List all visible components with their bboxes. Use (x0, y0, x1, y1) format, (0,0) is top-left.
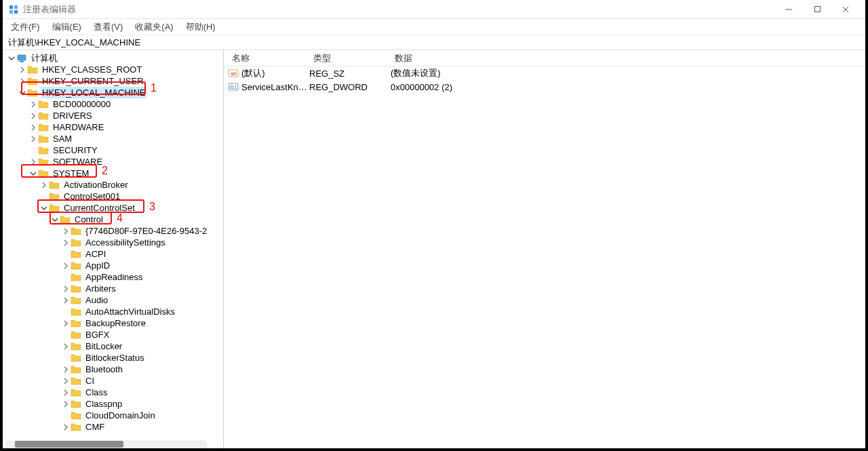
close-button[interactable] (831, 0, 860, 19)
tree-label: BitLocker (84, 340, 123, 352)
tree-item-control-0[interactable]: {7746D80F-97E0-4E26-9543-2 (7, 225, 223, 237)
chevron-down-icon[interactable] (50, 215, 60, 224)
chevron-right-icon[interactable] (28, 100, 38, 109)
chevron-down-icon[interactable] (18, 88, 27, 98)
chevron-right-icon[interactable] (61, 227, 71, 236)
folder-icon (71, 307, 81, 317)
tree-item-controlset001[interactable]: ControlSet001 (7, 191, 223, 202)
tree-label: SAM (52, 133, 73, 144)
chevron-right-icon[interactable] (61, 388, 71, 397)
string-value-icon: ab (228, 68, 239, 79)
tree-item-control-6[interactable]: Audio (7, 294, 223, 306)
tree-item-control-10[interactable]: BitLocker (7, 340, 223, 352)
chevron-right-icon[interactable] (61, 238, 71, 248)
tree-item-control-16[interactable]: CloudDomainJoin (7, 410, 223, 421)
folder-icon (71, 283, 81, 294)
tree-item-hkcr[interactable]: HKEY_CLASSES_ROOT (7, 64, 223, 75)
chevron-down-icon[interactable] (39, 203, 49, 213)
svg-rect-2 (9, 10, 13, 14)
tree-label: Arbiters (84, 283, 117, 294)
chevron-right-icon[interactable] (61, 296, 71, 305)
tree-label: BGFX (84, 329, 111, 340)
tree-item-control-15[interactable]: Classpnp (7, 398, 223, 410)
chevron-right-icon[interactable] (61, 284, 71, 294)
address-bar[interactable]: 计算机\HKEY_LOCAL_MACHINE (3, 35, 865, 50)
tree-item-control-4[interactable]: AppReadiness (7, 271, 223, 283)
tree-item-control-12[interactable]: Bluetooth (7, 364, 223, 375)
tree-item-bcd00000000[interactable]: BCD00000000 (7, 98, 223, 110)
tree-label: SYSTEM (52, 168, 90, 179)
tree-item-control-13[interactable]: CI (7, 375, 223, 387)
minimize-button[interactable] (774, 0, 803, 19)
col-header-data[interactable]: 数据 (391, 52, 865, 64)
tree-item-control-8[interactable]: BackupRestore (7, 317, 223, 329)
computer-icon (16, 53, 27, 64)
value-row[interactable]: 011ServiceLastKno...REG_DWORD0x00000002 … (224, 80, 865, 94)
chevron-right-icon[interactable] (61, 319, 71, 328)
tree-item-activationbroker[interactable]: ActivationBroker (7, 179, 223, 191)
menu-file[interactable]: 文件(F) (11, 21, 40, 33)
menu-view[interactable]: 查看(V) (94, 21, 123, 33)
tree-item-control-11[interactable]: BitlockerStatus (7, 352, 223, 364)
menu-help[interactable]: 帮助(H) (186, 21, 216, 33)
tree-label: AppID (84, 260, 111, 271)
tree-label: ActivationBroker (62, 179, 130, 191)
tree-item-sam[interactable]: SAM (7, 133, 223, 144)
tree-item-control-1[interactable]: AccessibilitySettings (7, 237, 223, 248)
chevron-right-icon[interactable] (61, 261, 71, 271)
col-header-type[interactable]: 类型 (309, 52, 391, 64)
tree-label: CloudDomainJoin (84, 410, 157, 421)
tree-item-security[interactable]: SECURITY (7, 144, 223, 156)
chevron-right-icon[interactable] (28, 123, 38, 132)
chevron-right-icon[interactable] (28, 111, 38, 121)
tree-item-control-14[interactable]: Class (7, 387, 223, 398)
tree-item-control-17[interactable]: CMF (7, 421, 223, 433)
col-header-name[interactable]: 名称 (228, 52, 309, 64)
tree-item-computer[interactable]: 计算机 (7, 52, 223, 64)
tree-item-hkcu[interactable]: HKEY_CURRENT_USER (7, 75, 223, 87)
tree-item-drivers[interactable]: DRIVERS (7, 110, 223, 121)
column-headers[interactable]: 名称 类型 数据 (224, 50, 865, 66)
tree-item-control-5[interactable]: Arbiters (7, 283, 223, 294)
chevron-right-icon[interactable] (61, 342, 71, 351)
tree-item-software[interactable]: SOFTWARE (7, 156, 223, 168)
chevron-down-icon[interactable] (7, 54, 16, 63)
expander-empty (39, 192, 49, 201)
menu-favorites[interactable]: 收藏夹(A) (135, 21, 173, 33)
chevron-right-icon[interactable] (61, 423, 71, 432)
folder-icon (27, 87, 38, 98)
folder-icon (38, 168, 49, 179)
chevron-right-icon[interactable] (18, 77, 27, 86)
chevron-right-icon[interactable] (28, 134, 38, 144)
maximize-button[interactable] (803, 0, 831, 19)
chevron-right-icon[interactable] (39, 180, 49, 190)
chevron-right-icon[interactable] (61, 365, 71, 374)
horizontal-scrollbar[interactable] (5, 440, 207, 448)
tree-item-control-2[interactable]: ACPI (7, 248, 223, 260)
value-row[interactable]: ab(默认)REG_SZ(数值未设置) (224, 66, 865, 80)
tree-label: HKEY_CLASSES_ROOT (41, 64, 143, 75)
tree-item-system[interactable]: SYSTEM (7, 168, 223, 179)
tree-item-control-9[interactable]: BGFX (7, 329, 223, 340)
tree-label: 计算机 (30, 52, 59, 65)
expander-empty (61, 353, 71, 363)
expander-empty (28, 146, 38, 155)
folder-icon (71, 364, 81, 375)
chevron-right-icon[interactable] (61, 376, 71, 386)
chevron-right-icon[interactable] (18, 65, 27, 75)
tree-item-control-3[interactable]: AppID (7, 260, 223, 271)
tree-label: BitlockerStatus (84, 352, 146, 364)
svg-rect-0 (9, 5, 13, 9)
chevron-right-icon[interactable] (28, 157, 38, 167)
folder-icon (71, 410, 81, 421)
chevron-down-icon[interactable] (28, 169, 38, 178)
folder-icon (49, 180, 60, 191)
tree-item-control-7[interactable]: AutoAttachVirtualDisks (7, 306, 223, 317)
tree-item-hklm[interactable]: HKEY_LOCAL_MACHINE (7, 87, 223, 98)
tree-item-currentcontrolset[interactable]: CurrentControlSet (7, 202, 223, 214)
tree-item-hardware[interactable]: HARDWARE (7, 121, 223, 133)
tree-item-control[interactable]: Control (7, 214, 223, 225)
chevron-right-icon[interactable] (61, 399, 71, 409)
scrollbar-thumb[interactable] (15, 441, 123, 448)
menu-edit[interactable]: 编辑(E) (52, 21, 81, 33)
